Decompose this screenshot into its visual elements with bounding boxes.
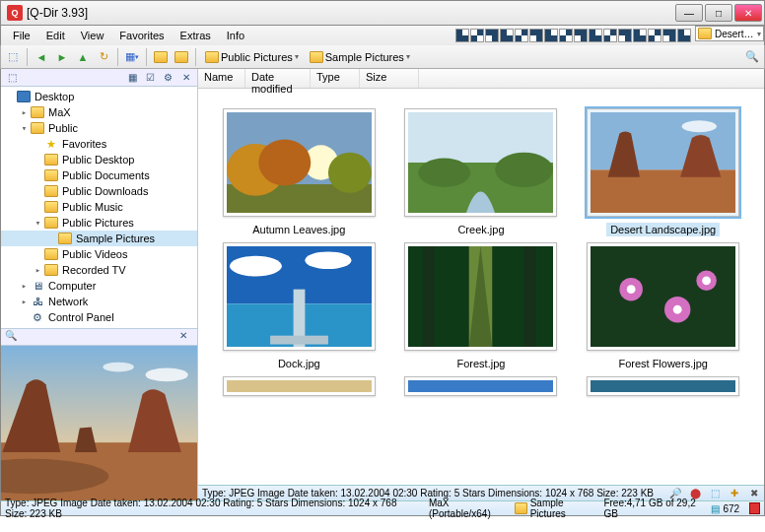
address-quick[interactable]: Desert… ▾	[695, 26, 764, 41]
thumb-caption: Forest.jpg	[453, 357, 510, 370]
tree-row[interactable]: Public Music	[1, 199, 197, 215]
tree-row[interactable]: ▸MaX	[1, 104, 197, 120]
column-size[interactable]: Size	[360, 69, 419, 88]
layout-icon-7[interactable]	[559, 29, 573, 42]
explorer-button[interactable]	[152, 48, 170, 66]
tree-row[interactable]: ⚙Control Panel	[1, 309, 197, 325]
thumbnail[interactable]: Forest Flowers.jpg	[587, 242, 739, 370]
back-button[interactable]: ◄	[33, 48, 50, 66]
layout-icon-1[interactable]	[470, 29, 484, 42]
tree-row[interactable]: Public Downloads	[1, 183, 197, 199]
layout-icon-9[interactable]	[589, 29, 602, 42]
tree-row[interactable]: Public Documents	[1, 167, 197, 183]
tree-label: Recorded TV	[62, 264, 126, 276]
chevron-down-icon[interactable]: ▾	[406, 52, 410, 61]
menu-file[interactable]: File	[5, 26, 38, 45]
tree-opt3-icon[interactable]: ⚙	[162, 71, 175, 85]
close-button[interactable]: ✕	[734, 4, 762, 22]
thumbnail[interactable]: Creek.jpg	[404, 108, 557, 236]
tree-row[interactable]: ▾Public Pictures	[1, 215, 197, 231]
thumbnail[interactable]: Dock.jpg	[223, 242, 376, 370]
forward-button[interactable]: ►	[53, 48, 71, 66]
tree-row[interactable]: Sample Pictures	[1, 231, 197, 246]
menu-info[interactable]: Info	[219, 26, 252, 45]
tree-opt2-icon[interactable]: ☑	[144, 71, 158, 85]
refresh-button[interactable]: ↻	[95, 48, 112, 66]
thumb-image	[408, 246, 553, 347]
expander-icon[interactable]: ▸	[19, 281, 30, 291]
breadcrumb-1[interactable]: Public Pictures ▾	[201, 47, 303, 67]
expander-icon[interactable]: ▸	[19, 107, 30, 117]
thumbnail[interactable]	[404, 376, 557, 396]
layout-icon-11[interactable]	[618, 29, 632, 42]
tree-row[interactable]: ▸🖧Network	[1, 294, 197, 309]
menu-extras[interactable]: Extras	[173, 26, 219, 45]
thumbnail[interactable]: Desert Landscape.jpg	[587, 108, 739, 236]
status-app-icon[interactable]	[749, 502, 760, 514]
explorer2-button[interactable]	[173, 48, 190, 66]
layout-icon-8[interactable]	[574, 29, 588, 42]
menu-view[interactable]: View	[73, 26, 112, 45]
thumbnail[interactable]	[223, 376, 376, 396]
layout-icon-10[interactable]	[603, 29, 617, 42]
thumbnail[interactable]: Forest.jpg	[404, 242, 557, 370]
svg-rect-35	[227, 380, 372, 392]
tree-row[interactable]: Public Desktop	[1, 152, 197, 167]
breadcrumb-label: Sample Pictures	[325, 51, 404, 63]
layout-icon-15[interactable]	[677, 29, 691, 42]
tree-icon[interactable]: ⬚	[5, 71, 19, 85]
column-name[interactable]: Name	[198, 69, 245, 88]
up-button[interactable]: ▲	[74, 48, 92, 66]
breadcrumb-2[interactable]: Sample Pictures ▾	[306, 47, 414, 67]
layout-icon-6[interactable]	[544, 29, 558, 42]
svg-point-32	[627, 285, 636, 294]
expander-icon[interactable]: ▾	[33, 218, 43, 228]
layout-icon-4[interactable]	[515, 29, 528, 42]
tree-row[interactable]: ▾Public	[1, 120, 197, 136]
layout-icon-0[interactable]	[455, 29, 469, 42]
folder-icon	[43, 217, 59, 229]
tree-close-icon[interactable]: ✕	[179, 71, 193, 85]
opt-c-icon[interactable]: ✚	[729, 488, 740, 499]
tree-row[interactable]: ▸Recorded TV	[1, 262, 197, 278]
tree-row[interactable]: Public Videos	[1, 246, 197, 262]
thumb-caption: Autumn Leaves.jpg	[248, 223, 349, 236]
chevron-down-icon[interactable]: ▾	[295, 52, 299, 61]
tree-opt1-icon[interactable]: ▦	[126, 71, 140, 85]
tree-row[interactable]: ▸🖥Computer	[1, 278, 197, 294]
tree-row[interactable]: Desktop	[1, 89, 197, 104]
opt-d-icon[interactable]: ✖	[748, 488, 760, 499]
thumbnail[interactable]: Autumn Leaves.jpg	[223, 108, 376, 236]
layout-icon-3[interactable]	[500, 29, 514, 42]
column-type[interactable]: Type	[311, 69, 360, 88]
tree-label: Computer	[48, 280, 96, 292]
column-headers[interactable]: NameDate modifiedTypeSize	[198, 69, 764, 89]
expander-icon[interactable]: ▾	[19, 123, 30, 133]
folder-icon	[43, 154, 59, 166]
menu-edit[interactable]: Edit	[38, 26, 73, 45]
layout-icon-14[interactable]	[662, 29, 676, 42]
preview-close-icon[interactable]: ✕	[179, 330, 193, 344]
view-mode-button[interactable]: ▦▾	[123, 48, 141, 66]
search-button[interactable]: 🔍	[743, 48, 761, 66]
layout-icon-5[interactable]	[529, 29, 543, 42]
menu-bar: FileEditViewFavoritesExtrasInfo Desert… …	[0, 26, 765, 45]
opt-b-icon[interactable]: ⬚	[709, 488, 721, 499]
new-window-button[interactable]: ⬚	[4, 48, 22, 66]
expander-icon[interactable]: ▸	[19, 297, 30, 306]
maximize-button[interactable]: □	[705, 4, 732, 22]
expander-icon[interactable]: ▸	[33, 265, 43, 275]
preview-icon[interactable]: 🔍	[5, 330, 19, 344]
layout-icon-2[interactable]	[485, 29, 499, 42]
svg-point-22	[230, 256, 282, 277]
layout-icon-13[interactable]	[648, 29, 661, 42]
breadcrumb-label: Public Pictures	[221, 51, 293, 63]
tree-row[interactable]: ★Favorites	[1, 136, 197, 152]
thumbnail[interactable]	[587, 376, 739, 396]
minimize-button[interactable]: —	[675, 4, 703, 22]
menu-favorites[interactable]: Favorites	[111, 26, 172, 45]
column-date-modified[interactable]: Date modified	[245, 69, 311, 88]
folder-tree[interactable]: Desktop▸MaX▾Public★FavoritesPublic Deskt…	[1, 87, 197, 328]
layout-icon-12[interactable]	[633, 29, 647, 42]
status-free: Free:4,71 GB of 29,2 GB	[603, 498, 701, 519]
